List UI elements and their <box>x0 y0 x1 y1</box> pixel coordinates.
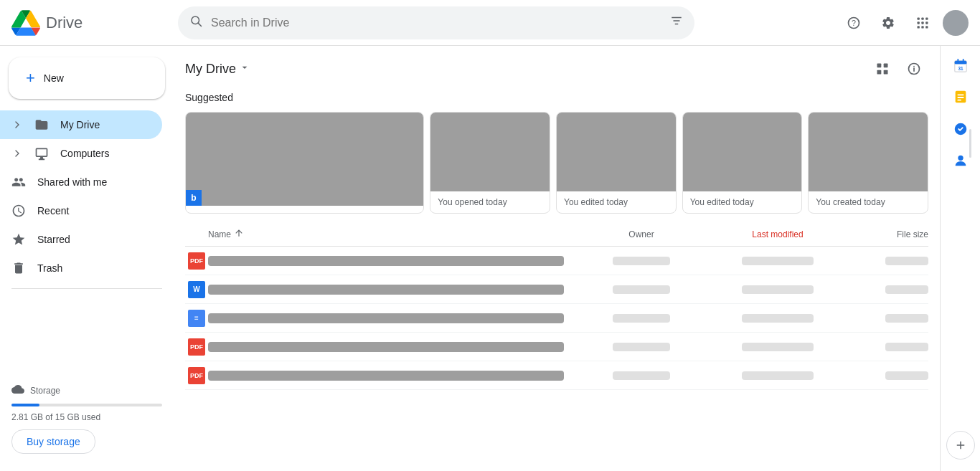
help-button[interactable]: ? <box>839 9 868 37</box>
svg-rect-11 <box>921 22 923 24</box>
file-icon-pdf-1: PDF <box>185 252 208 270</box>
suggested-card-1[interactable]: You opened today <box>430 112 550 214</box>
col-modified-header[interactable]: Last modified <box>713 229 842 239</box>
svg-text:?: ? <box>852 19 856 27</box>
col-name-header[interactable]: Name <box>185 228 570 240</box>
file-size-3 <box>842 314 928 323</box>
drive-title-text: My Drive <box>185 62 236 77</box>
new-button[interactable]: + New <box>9 57 165 99</box>
col-name-label: Name <box>208 229 231 239</box>
sidebar-item-shared[interactable]: Shared with me <box>0 168 162 196</box>
sort-asc-icon <box>234 228 244 240</box>
chevron-right-icon <box>11 119 23 130</box>
svg-line-1 <box>198 23 201 26</box>
user-avatar[interactable] <box>943 10 969 36</box>
svg-rect-14 <box>921 26 923 28</box>
suggested-card-1-status: You opened today <box>438 197 542 207</box>
sidebar-item-trash[interactable]: Trash <box>0 254 162 282</box>
logo-area: Drive <box>11 9 169 37</box>
topbar: Drive ? <box>0 0 980 46</box>
file-owner-4 <box>570 343 713 351</box>
table-row[interactable]: PDF <box>185 247 928 275</box>
suggested-card-2-thumb <box>557 113 676 191</box>
svg-rect-31 <box>957 97 963 98</box>
file-icon-pdf-3: PDF <box>185 367 208 384</box>
svg-rect-8 <box>921 17 923 19</box>
sidebar-item-starred-label: Starred <box>37 234 154 245</box>
suggested-card-2[interactable]: You edited today <box>556 112 677 214</box>
svg-rect-25 <box>954 62 966 65</box>
new-button-label: New <box>44 72 64 84</box>
file-size-5 <box>842 371 928 380</box>
search-icon <box>189 14 202 31</box>
svg-rect-16 <box>877 64 882 68</box>
sidebar: + New My Drive Computers <box>0 46 174 471</box>
suggested-card-4[interactable]: You created today <box>808 112 928 214</box>
info-button[interactable] <box>900 54 928 83</box>
suggested-card-3-status: You edited today <box>690 197 795 207</box>
file-size-1 <box>842 257 928 265</box>
settings-button[interactable] <box>874 9 903 37</box>
file-modified-3 <box>713 314 842 323</box>
suggested-large-card[interactable]: b <box>185 112 424 214</box>
table-row[interactable]: PDF <box>185 361 928 390</box>
google-calendar-button[interactable]: 31 <box>946 52 975 80</box>
sidebar-item-my-drive[interactable]: My Drive <box>0 110 162 139</box>
suggested-section-label: Suggested <box>185 89 928 103</box>
file-name-area-1 <box>208 256 570 266</box>
sidebar-item-recent-label: Recent <box>37 205 154 217</box>
search-filter-icon[interactable] <box>670 14 683 31</box>
google-keep-button[interactable] <box>946 83 975 112</box>
cloud-icon <box>11 383 24 398</box>
svg-rect-18 <box>877 70 882 75</box>
content-header: My Drive <box>174 46 940 89</box>
file-icon-docs-1: ≡ <box>185 310 208 327</box>
sidebar-item-starred[interactable]: Starred <box>0 225 162 254</box>
computer-icon <box>34 146 49 161</box>
svg-rect-10 <box>918 22 920 24</box>
sidebar-item-my-drive-label: My Drive <box>60 119 154 130</box>
drive-title[interactable]: My Drive <box>185 62 250 77</box>
table-row[interactable]: PDF <box>185 333 928 361</box>
svg-rect-22 <box>913 66 915 67</box>
svg-rect-13 <box>918 26 920 28</box>
storage-bar-background <box>11 404 162 406</box>
suggested-large-thumb: b <box>186 113 423 206</box>
file-modified-5 <box>713 371 842 380</box>
sidebar-item-recent[interactable]: Recent <box>0 196 162 225</box>
sidebar-item-computers[interactable]: Computers <box>0 139 162 168</box>
clock-icon <box>11 204 26 218</box>
suggested-card-3[interactable]: You edited today <box>682 112 803 214</box>
suggested-card-4-status: You created today <box>816 197 920 207</box>
file-name-area-3 <box>208 313 570 323</box>
sidebar-divider <box>11 288 162 289</box>
file-modified-1 <box>713 257 842 265</box>
table-row[interactable]: W <box>185 275 928 304</box>
file-owner-1 <box>570 257 713 265</box>
suggested-card-3-info: You edited today <box>683 191 802 213</box>
search-input[interactable] <box>211 16 661 29</box>
star-icon <box>11 232 26 247</box>
file-owner-3 <box>570 314 713 323</box>
file-icon-pdf-2: PDF <box>185 338 208 356</box>
suggested-card-1-info: You opened today <box>430 191 550 213</box>
svg-rect-30 <box>957 94 963 95</box>
grid-view-button[interactable] <box>868 54 897 83</box>
svg-rect-12 <box>925 22 928 24</box>
table-row[interactable]: ≡ <box>185 304 928 333</box>
google-tasks-button[interactable] <box>946 115 975 143</box>
search-bar[interactable] <box>178 6 694 39</box>
col-owner-header: Owner <box>570 229 713 239</box>
suggested-card-4-info: You created today <box>809 191 928 213</box>
buy-storage-button[interactable]: Buy storage <box>11 429 95 454</box>
topbar-right: ? <box>839 9 969 37</box>
google-contacts-button[interactable] <box>946 146 975 175</box>
file-name-redacted-5 <box>208 371 564 381</box>
apps-button[interactable] <box>908 9 937 37</box>
svg-rect-15 <box>925 26 928 28</box>
file-modified-2 <box>713 285 842 294</box>
add-apps-button[interactable] <box>946 431 975 460</box>
sidebar-item-trash-label: Trash <box>37 262 154 274</box>
people-icon <box>11 175 26 189</box>
svg-rect-7 <box>918 17 920 19</box>
